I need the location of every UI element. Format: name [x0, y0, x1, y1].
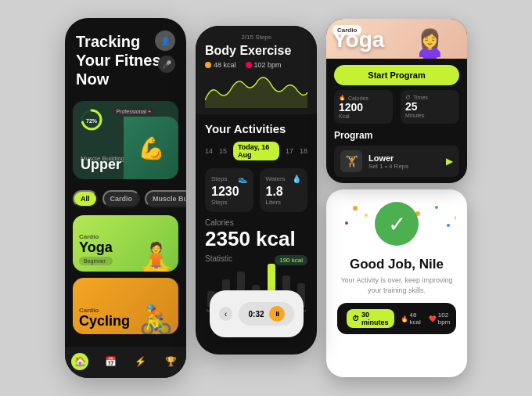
waters-label: Waters	[266, 175, 286, 182]
date-today[interactable]: Today, 16 Aug	[233, 142, 279, 160]
times-stat-value: 25	[405, 100, 455, 113]
professional-badge: Professional +	[112, 107, 155, 116]
yoga-big-title: Yoga	[332, 27, 384, 52]
highlight-badge: 190 kcal	[275, 255, 307, 265]
phone-mini-player: ‹ 0:32 ⏸	[210, 290, 304, 337]
steps-unit: Steps	[211, 199, 247, 206]
body-exercise-title: Body Exercise	[205, 44, 307, 58]
waters-icon: 💧	[292, 175, 301, 183]
activities-section: Your Activities 14 15 Today, 16 Aug 17 1…	[196, 114, 317, 218]
calories-stat-value: 1200	[339, 101, 388, 113]
body-exercise-section: 2/15 Steps Body Exercise 48 kcal 102 bpm	[196, 26, 317, 114]
muscle-card[interactable]: 72% Professional + Muscle Building Upper…	[73, 101, 178, 179]
phone-yoga: Cardio Yoga 🧘‍♀️ Start Program 🔥 Calorie…	[326, 19, 467, 183]
yoga-title: Yoga	[79, 240, 113, 254]
steps-value: 1230	[211, 185, 247, 199]
steps-icon: 👟	[238, 175, 247, 183]
times-label-icon: ⏱	[405, 95, 411, 100]
calories-label: Calories	[205, 218, 307, 227]
date-17[interactable]: 17	[286, 147, 293, 155]
phone3-stats: 🔥 Calories 1200 Kcal ⏱ Times 25 Minutes	[326, 90, 467, 130]
nav-home[interactable]: 🏠	[71, 353, 88, 370]
goodjob-title: Good Job, Nile	[350, 257, 444, 272]
program-item[interactable]: 🏋️ Lower Set 1 • 4 Reps ▶	[334, 146, 459, 177]
person-silhouette: 🧘‍♀️	[401, 27, 459, 59]
date-row: 14 15 Today, 16 Aug 17 18	[205, 142, 307, 160]
bpm-stat: 102 bpm	[246, 61, 282, 69]
metrics-grid: Steps 👟 1230 Steps Waters 💧 1.8 Liters	[205, 168, 307, 212]
cycling-image: 🚴	[138, 306, 174, 334]
waters-box: Waters 💧 1.8 Liters	[260, 168, 308, 212]
step-counter: 2/15 Steps	[205, 34, 307, 41]
calories-label-icon: 🔥	[339, 95, 346, 101]
filter-cardio[interactable]: Cardio	[102, 190, 141, 207]
success-circle: ✓	[375, 202, 419, 246]
yoga-badge: Beginner	[79, 257, 113, 265]
back-button[interactable]: ‹	[219, 307, 233, 321]
statistic-label: Statistic	[205, 254, 232, 263]
stats-row: 48 kcal 102 bpm	[205, 61, 307, 69]
program-name: Lower	[368, 153, 408, 163]
date-15[interactable]: 15	[219, 147, 227, 155]
calories-section: Calories 2350 kcal	[196, 218, 317, 251]
right-column: Cardio Yoga 🧘‍♀️ Start Program 🔥 Calorie…	[326, 19, 467, 377]
times-stat-unit: Minutes	[405, 113, 455, 118]
pause-button[interactable]: ⏸	[269, 306, 285, 322]
confetti-2	[365, 214, 368, 217]
steps-label: Steps	[211, 175, 227, 182]
date-14[interactable]: 14	[205, 147, 213, 155]
mic-icon[interactable]: 🎤	[158, 56, 175, 73]
confetti-1	[353, 206, 358, 211]
confetti-area: ✓	[337, 202, 456, 257]
timer-pill: 0:32 ⏸	[239, 302, 293, 326]
bottom-nav: 🏠 📅 ⚡ 🏆	[65, 347, 186, 378]
nav-trophy[interactable]: 🏆	[163, 353, 180, 370]
program-info: Lower Set 1 • 4 Reps	[368, 153, 408, 170]
start-program-button[interactable]: Start Program	[334, 65, 459, 85]
kcal-stat: 48 kcal	[205, 61, 236, 69]
steps-box: Steps 👟 1230 Steps	[205, 168, 253, 212]
yoga-image: 🧘	[138, 243, 174, 272]
yoga-image-area: Cardio Yoga 🧘‍♀️	[326, 19, 467, 59]
confetti-10	[447, 224, 450, 227]
program-section: Program 🏋️ Lower Set 1 • 4 Reps ▶	[326, 130, 467, 183]
calories-stat-box: 🔥 Calories 1200 Kcal	[334, 90, 393, 124]
progress-ring: 72%	[79, 107, 104, 132]
date-18[interactable]: 18	[300, 147, 307, 155]
kcal-dot	[205, 62, 211, 68]
muscle-image: 💪	[124, 117, 178, 179]
calories-stat-unit: Kcal	[339, 113, 388, 119]
confetti-8	[345, 221, 348, 225]
bpm-dot	[246, 62, 252, 68]
waters-unit: Liters	[266, 199, 302, 206]
program-sub: Set 1 • 4 Reps	[368, 163, 408, 170]
confetti-6	[435, 206, 438, 209]
filter-all[interactable]: All	[73, 190, 98, 207]
result-stats: 🔥 48 kcal ❤️ 102 bpm	[401, 311, 451, 326]
timer-value: 0:32	[248, 310, 264, 319]
svg-text:72%: 72%	[86, 118, 98, 124]
wave-chart	[205, 69, 307, 108]
goodjob-subtitle: Your Activity is over, keep improving yo…	[337, 275, 456, 295]
nav-calendar[interactable]: 📅	[102, 353, 119, 370]
program-arrow-icon: ▶	[446, 156, 453, 167]
phone-success: ✓ Good Job, Nile Your Activity is over, …	[326, 189, 467, 377]
calories-value: 2350 kcal	[205, 227, 307, 251]
nav-activity[interactable]: ⚡	[132, 353, 149, 370]
avatar: 👤	[155, 31, 175, 51]
activities-title: Your Activities	[205, 122, 307, 135]
times-stat-box: ⏱ Times 25 Minutes	[401, 90, 459, 124]
checkmark-icon: ✓	[388, 211, 406, 237]
filter-muscle[interactable]: Muscle Building	[145, 190, 186, 207]
muscle-title: Upper	[81, 157, 121, 173]
result-bar: ⏱ 30 minutes 🔥 48 kcal ❤️ 102 bpm	[337, 303, 456, 334]
phone-main: Tracking Your Fitness Now 👤 🎤 72% Profes…	[65, 18, 186, 378]
confetti-7	[455, 216, 456, 220]
yoga-card[interactable]: Cardio Yoga Beginner 🧘	[73, 215, 178, 272]
program-title: Program	[334, 130, 459, 141]
program-thumb: 🏋️	[340, 150, 362, 172]
waters-value: 1.8	[266, 185, 302, 199]
filter-row: All Cardio Muscle Building Diet	[65, 185, 186, 212]
result-time: ⏱ 30 minutes	[347, 309, 394, 328]
cycling-card[interactable]: Cardio Cycling 🚴	[73, 278, 178, 334]
